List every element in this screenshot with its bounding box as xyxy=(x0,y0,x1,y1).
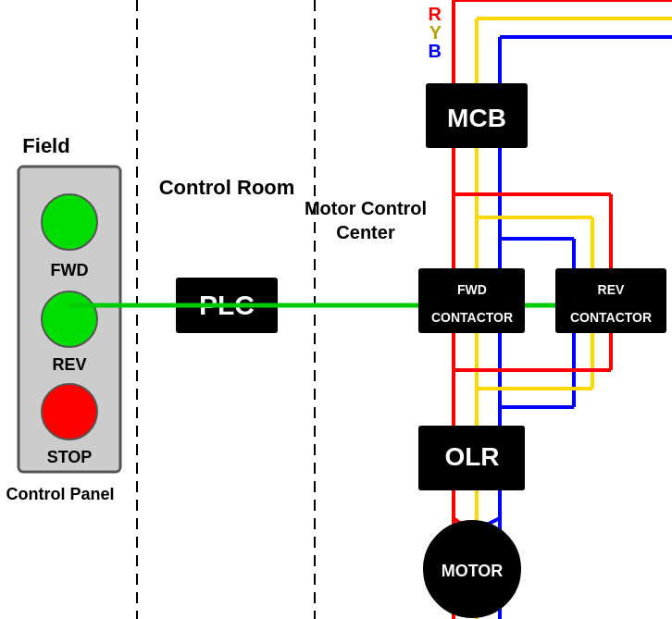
rev-label: REV xyxy=(52,355,86,374)
fwd-contactor-label1: FWD xyxy=(457,282,487,297)
motor-control-center-label2: Center xyxy=(336,222,395,242)
mcb-label: MCB xyxy=(447,104,506,132)
rev-contactor-label1: REV xyxy=(598,282,625,297)
svg-point-4 xyxy=(42,194,97,250)
fwd-contactor-label2: CONTACTOR xyxy=(431,310,513,325)
rev-contactor-label2: CONTACTOR xyxy=(570,310,652,325)
fwd-label: FWD xyxy=(51,261,89,279)
svg-point-6 xyxy=(42,384,97,439)
stop-label: STOP xyxy=(47,448,93,466)
control-panel-label: Control Panel xyxy=(6,485,114,503)
y-label: Y xyxy=(429,22,442,43)
motor-label: MOTOR xyxy=(442,562,504,580)
r-label: R xyxy=(429,4,442,24)
control-room-label: Control Room xyxy=(159,176,295,199)
field-label: Field xyxy=(22,134,69,157)
motor-control-center-label: Motor Control xyxy=(305,198,427,218)
olr-label: OLR xyxy=(444,442,499,471)
b-label: B xyxy=(429,41,442,61)
svg-point-5 xyxy=(42,291,97,347)
diagram-svg: Field Control Room Motor Control Center … xyxy=(0,0,672,619)
